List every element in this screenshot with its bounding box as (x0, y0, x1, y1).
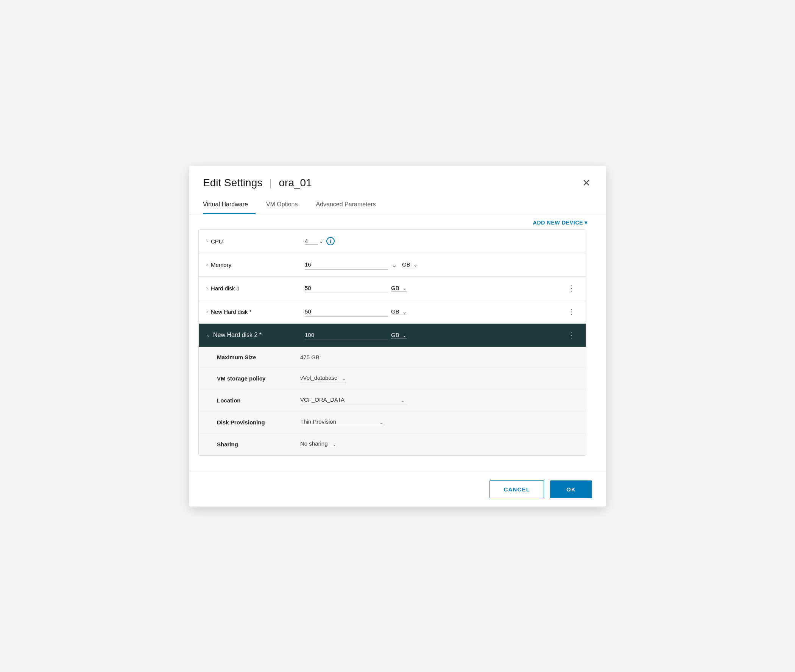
new-hard-disk-2-input[interactable] (305, 330, 388, 340)
vm-storage-policy-select[interactable]: vVol_database Default Custom (300, 374, 346, 382)
new-hard-disk-2-row: ⌄ New Hard disk 2 * GB MB TB ⋮ (199, 324, 585, 347)
ok-button[interactable]: OK (550, 480, 592, 498)
cpu-dropdown-arrow: ⌄ (320, 238, 323, 244)
edit-settings-dialog: Edit Settings | ora_01 ✕ Virtual Hardwar… (189, 166, 606, 507)
memory-label: › Memory (206, 262, 305, 268)
hard-disk-1-row: › Hard disk 1 GB MB TB ⋮ (199, 277, 585, 300)
tab-virtual-hardware[interactable]: Virtual Hardware (203, 197, 256, 214)
hardware-table: › CPU 4 1 2 8 16 ⌄ i (198, 229, 586, 456)
maximum-size-label: Maximum Size (217, 354, 300, 360)
new-hard-disk-2-collapse-icon[interactable]: ⌄ (206, 333, 210, 338)
cpu-value: 4 1 2 8 16 ⌄ i (305, 237, 578, 245)
vm-storage-policy-label: VM storage policy (217, 375, 300, 382)
memory-value: ⌄ GB MB (305, 260, 578, 270)
cpu-count-select[interactable]: 4 1 2 8 16 (305, 238, 318, 245)
sharing-label: Sharing (217, 441, 300, 448)
new-hard-disk-2-value: GB MB TB ⋮ (305, 329, 578, 341)
sharing-select[interactable]: No sharing Multi-writer Physical (300, 440, 336, 448)
sharing-select-wrapper: No sharing Multi-writer Physical (300, 440, 336, 448)
memory-unit-select[interactable]: GB MB (402, 261, 417, 268)
tab-vm-options[interactable]: VM Options (266, 197, 306, 214)
hard-disk-1-input[interactable] (305, 283, 388, 293)
hard-disk-1-value: GB MB TB ⋮ (305, 282, 578, 294)
new-hard-disk-input[interactable] (305, 307, 388, 317)
hard-disk-1-expand-icon[interactable]: › (206, 285, 208, 291)
title-divider: | (269, 177, 272, 189)
cpu-info-icon[interactable]: i (326, 237, 335, 245)
new-hard-disk-menu-icon[interactable]: ⋮ (565, 306, 578, 318)
disk-provisioning-select-wrapper: Thin Provision Thick Provision Lazy Zero… (300, 418, 384, 426)
add-device-chevron-icon: ▾ (584, 219, 587, 226)
cpu-expand-icon[interactable]: › (206, 238, 208, 244)
vm-storage-policy-select-wrapper: vVol_database Default Custom (300, 374, 346, 382)
disk-details-section: Maximum Size 475 GB VM storage policy vV… (199, 347, 585, 456)
new-hard-disk-unit-select[interactable]: GB MB TB (391, 308, 406, 315)
new-hard-disk-unit-wrapper: GB MB TB (391, 308, 406, 315)
maximum-size-value: 475 GB (300, 354, 320, 360)
memory-row: › Memory ⌄ GB MB (199, 253, 585, 277)
hard-disk-1-menu-icon[interactable]: ⋮ (565, 282, 578, 294)
memory-dropdown-arrow[interactable]: ⌄ (391, 260, 398, 269)
cpu-row: › CPU 4 1 2 8 16 ⌄ i (199, 230, 585, 253)
new-hard-disk-value: GB MB TB ⋮ (305, 306, 578, 318)
memory-input[interactable] (305, 260, 388, 270)
tab-advanced-parameters[interactable]: Advanced Parameters (316, 197, 383, 214)
memory-unit-wrapper: GB MB (402, 261, 417, 268)
disk-provisioning-label: Disk Provisioning (217, 419, 300, 426)
location-row: Location VCF_ORA_DATA Default Other (199, 390, 585, 411)
cpu-label: › CPU (206, 238, 305, 245)
toolbar: ADD NEW DEVICE ▾ (189, 214, 606, 229)
tabs-bar: Virtual Hardware VM Options Advanced Par… (189, 196, 606, 214)
disk-provisioning-row: Disk Provisioning Thin Provision Thick P… (199, 411, 585, 434)
new-hard-disk-label: › New Hard disk * (206, 309, 305, 315)
dialog-title: Edit Settings (203, 177, 262, 189)
new-hard-disk-2-unit-wrapper: GB MB TB (391, 332, 406, 338)
cancel-button[interactable]: CANCEL (489, 480, 544, 498)
main-content: › CPU 4 1 2 8 16 ⌄ i (189, 229, 606, 472)
location-label: Location (217, 397, 300, 403)
new-hard-disk-row: › New Hard disk * GB MB TB ⋮ (199, 300, 585, 324)
disk-provisioning-select[interactable]: Thin Provision Thick Provision Lazy Zero… (300, 418, 384, 426)
location-select-wrapper: VCF_ORA_DATA Default Other (300, 397, 406, 404)
dialog-header: Edit Settings | ora_01 ✕ (189, 166, 606, 189)
location-select[interactable]: VCF_ORA_DATA Default Other (300, 397, 406, 404)
new-hard-disk-expand-icon[interactable]: › (206, 309, 208, 314)
dialog-vm-name: ora_01 (278, 177, 312, 189)
add-new-device-button[interactable]: ADD NEW DEVICE ▾ (533, 219, 587, 226)
dialog-title-group: Edit Settings | ora_01 (203, 177, 312, 189)
cpu-count-select-wrapper: 4 1 2 8 16 ⌄ (305, 238, 323, 245)
new-hard-disk-2-label: ⌄ New Hard disk 2 * (206, 332, 305, 338)
maximum-size-row: Maximum Size 475 GB (199, 347, 585, 368)
new-hard-disk-2-menu-icon[interactable]: ⋮ (565, 329, 578, 341)
hard-disk-1-label: › Hard disk 1 (206, 285, 305, 291)
vm-storage-policy-row: VM storage policy vVol_database Default … (199, 368, 585, 390)
dialog-footer: CANCEL OK (189, 472, 606, 507)
hard-disk-1-unit-wrapper: GB MB TB (391, 285, 406, 291)
sharing-row: Sharing No sharing Multi-writer Physical (199, 434, 585, 455)
close-button[interactable]: ✕ (581, 176, 592, 189)
new-hard-disk-2-unit-select[interactable]: GB MB TB (391, 332, 406, 338)
hard-disk-1-unit-select[interactable]: GB MB TB (391, 285, 406, 291)
memory-expand-icon[interactable]: › (206, 262, 208, 267)
